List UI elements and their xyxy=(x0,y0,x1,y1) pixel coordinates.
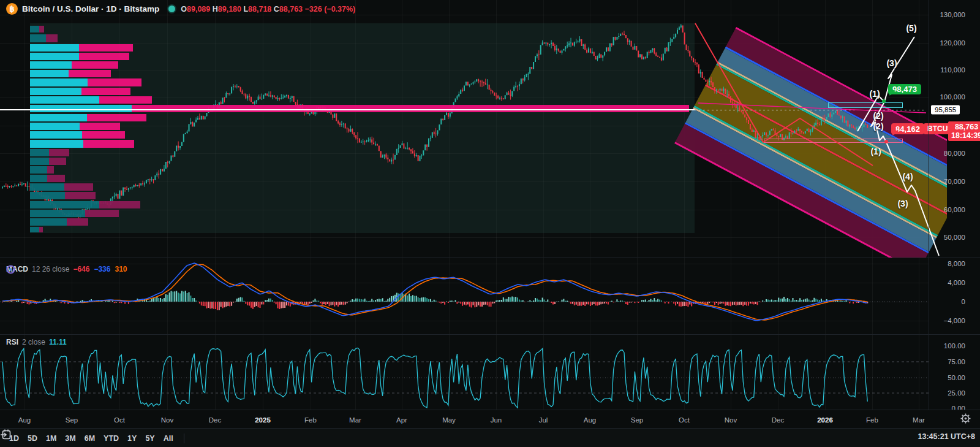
price-axis-label: 80,000 xyxy=(944,150,965,157)
go-to-date-calendar-icon[interactable] xyxy=(0,429,12,440)
time-axis-label-jun[interactable]: Jun xyxy=(491,416,502,424)
timeframe-button-5y[interactable]: 5Y xyxy=(141,432,159,445)
price-axis-label: 100,000 xyxy=(940,93,965,101)
time-axis-label-aug[interactable]: Aug xyxy=(584,416,596,424)
timeframe-buttons: 1D5D1M3M6MYTD1Y5YAll xyxy=(5,432,178,445)
time-axis-label-apr[interactable]: Apr xyxy=(396,416,407,424)
target-price-bubble[interactable]: 98,473 xyxy=(888,84,921,94)
time-axis-label-mar[interactable]: Mar xyxy=(913,416,925,424)
red-trendline xyxy=(695,23,873,166)
macd-values: −646−336310 xyxy=(73,265,131,273)
wave-label[interactable]: (3) xyxy=(897,199,908,208)
time-axis-label-oct[interactable]: Oct xyxy=(679,416,690,424)
magenta-ray xyxy=(698,103,926,113)
price-axis-label: 50.00 xyxy=(948,374,965,381)
time-axis-label-sep[interactable]: Sep xyxy=(66,416,78,424)
last-price: 88,763 xyxy=(951,123,980,131)
trading-chart-app: (5)(3)(1)(2)(2)(1)(4)(3) 98,473 84,162 1… xyxy=(0,0,980,447)
price-axis-label: 100.00 xyxy=(944,342,965,350)
axis-settings-gear-icon[interactable] xyxy=(960,413,971,424)
ohlc-segment: H xyxy=(210,5,218,13)
price-axis-label: 8,000 xyxy=(948,260,965,267)
price-axis-label: 130,000 xyxy=(940,11,965,18)
toolbar-divider xyxy=(184,434,184,443)
time-axis-label-oct[interactable]: Oct xyxy=(114,416,125,424)
pane-separator[interactable] xyxy=(0,258,980,258)
ohlc-segment: 88,718 xyxy=(248,5,271,13)
price-axis-separator xyxy=(929,0,929,410)
last-price-countdown-label: 88,763 18:14:39 xyxy=(948,121,980,141)
wave-label[interactable]: (5) xyxy=(906,23,916,33)
time-axis-label-jul[interactable]: Jul xyxy=(539,416,548,424)
price-axis-label: 120,000 xyxy=(940,39,965,47)
ohlc-segment: L xyxy=(241,5,248,13)
horizontal-line-price-label: 95,855 xyxy=(931,105,960,115)
timeframe-button-3m[interactable]: 3M xyxy=(61,432,80,445)
wave-label[interactable]: (3) xyxy=(886,58,897,68)
price-axis-label: −4,000 xyxy=(944,317,966,324)
bottom-toolbar: 1D5D1M3M6MYTD1Y5YAll xyxy=(0,428,980,447)
ohlc-values: O89,089 H89,180 L88,718 C88,763 −326 (−0… xyxy=(181,5,355,13)
wave-label[interactable]: (2) xyxy=(873,121,883,131)
price-axis-label: 110,000 xyxy=(940,66,965,74)
wave-label[interactable]: (2) xyxy=(873,111,883,121)
ohlc-segment: 89,180 xyxy=(218,5,241,13)
ohlc-segment: C xyxy=(271,5,279,13)
market-status-icon[interactable] xyxy=(167,4,176,13)
target-price-text: 98,473 xyxy=(892,85,917,94)
bitcoin-logo-icon: ฿ xyxy=(6,3,18,15)
elliott-wave-bear-path xyxy=(858,96,939,256)
time-axis-label-nov[interactable]: Nov xyxy=(161,416,173,424)
price-axis-label: 75.00 xyxy=(948,358,965,365)
rsi-value: 11.11 xyxy=(49,338,67,346)
time-axis-label-dec[interactable]: Dec xyxy=(772,416,784,424)
price-axis-label: 60,000 xyxy=(944,206,965,213)
time-axis-label-aug[interactable]: Aug xyxy=(18,416,31,424)
ohlc-segment: 89,089 xyxy=(187,5,210,13)
rsi-title[interactable]: RSI xyxy=(6,338,18,346)
wave-label[interactable]: (1) xyxy=(870,147,881,156)
time-axis-label-feb[interactable]: Feb xyxy=(304,416,317,424)
ohlc-segment: −326 (−0.37%) xyxy=(303,5,355,13)
drawings-overlay xyxy=(0,0,980,447)
macd-status-row[interactable]: MACD 12 26 close −646−336310 xyxy=(6,265,131,273)
time-axis-label-2026[interactable]: 2026 xyxy=(817,416,833,424)
ohlc-segment: O xyxy=(181,5,187,13)
time-axis-label-sep[interactable]: Sep xyxy=(631,416,643,424)
support-anchor-dot xyxy=(884,140,888,143)
rsi-status-row[interactable]: RSI 2 close 11.11 xyxy=(6,338,67,346)
macd-value: 310 xyxy=(115,265,127,273)
symbol-header[interactable]: ฿ Bitcoin / U.S. Dollar · 1D · Bitstamp … xyxy=(6,3,355,15)
macd-value: −336 xyxy=(94,265,110,273)
time-axis-label-mar[interactable]: Mar xyxy=(349,416,361,424)
ohlc-segment: 88,763 xyxy=(279,5,303,13)
price-axis-label: 4,000 xyxy=(948,279,965,286)
price-axis-label: 25.00 xyxy=(948,389,965,397)
price-axis-label: 50,000 xyxy=(944,234,965,241)
symbol-title[interactable]: Bitcoin / U.S. Dollar · 1D · Bitstamp xyxy=(22,4,159,13)
macd-value: −646 xyxy=(73,265,89,273)
visibility-eye-icon[interactable] xyxy=(6,265,15,274)
timeframe-button-5d[interactable]: 5D xyxy=(23,432,42,445)
wave-label[interactable]: (1) xyxy=(869,89,880,99)
time-axis-label-nov[interactable]: Nov xyxy=(725,416,737,424)
target-anchor-dot xyxy=(882,99,886,103)
timeframe-button-all[interactable]: All xyxy=(159,432,178,445)
macd-params: 12 26 close xyxy=(32,265,69,273)
timeframe-button-6m[interactable]: 6M xyxy=(80,432,99,445)
time-axis[interactable]: AugSepOctNovDec2025FebMarAprMayJunJulAug… xyxy=(0,410,980,429)
time-axis-label-feb[interactable]: Feb xyxy=(866,416,878,424)
rsi-params: 2 close xyxy=(22,338,45,346)
time-axis-label-2025[interactable]: 2025 xyxy=(255,416,271,424)
session-clock: 13:45:21 UTC+8 xyxy=(918,432,975,441)
price-axis-label: 0 xyxy=(962,298,965,305)
timeframe-button-ytd[interactable]: YTD xyxy=(99,432,123,445)
timeframe-button-1y[interactable]: 1Y xyxy=(123,432,141,445)
time-axis-label-may[interactable]: May xyxy=(442,416,456,424)
wave-label[interactable]: (4) xyxy=(902,172,913,181)
price-axis-label: 70,000 xyxy=(944,178,965,185)
pane-separator[interactable] xyxy=(0,334,980,335)
support-price-bubble[interactable]: 84,162 xyxy=(891,123,924,134)
time-axis-label-dec[interactable]: Dec xyxy=(209,416,221,424)
timeframe-button-1m[interactable]: 1M xyxy=(42,432,61,445)
